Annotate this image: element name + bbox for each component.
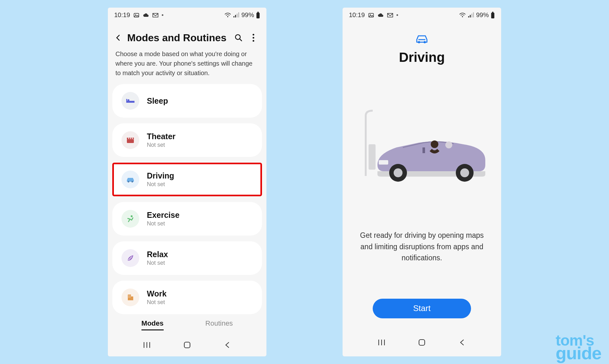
- svg-rect-50: [369, 144, 376, 170]
- svg-point-46: [418, 41, 420, 43]
- svg-rect-38: [388, 13, 393, 17]
- svg-rect-30: [128, 297, 129, 297]
- mode-sub: Not set: [147, 220, 180, 227]
- start-button[interactable]: Start: [373, 299, 471, 318]
- svg-rect-44: [491, 13, 494, 18]
- mode-sub: Not set: [147, 142, 175, 148]
- battery-percent: 99%: [241, 11, 254, 19]
- page-title: Modes and Routines: [127, 32, 226, 44]
- mode-item-sleep[interactable]: Sleep: [112, 84, 262, 118]
- svg-rect-7: [238, 12, 239, 17]
- status-bar: 10:19 99%: [108, 8, 266, 21]
- home-button[interactable]: [416, 336, 428, 349]
- svg-rect-5: [235, 15, 236, 17]
- mode-name: Relax: [147, 250, 168, 259]
- svg-point-47: [424, 41, 426, 43]
- image-icon: [133, 12, 140, 18]
- status-time: 10:19: [114, 11, 130, 19]
- svg-rect-6: [237, 14, 238, 17]
- svg-point-3: [227, 16, 228, 17]
- svg-point-55: [394, 168, 403, 177]
- svg-point-25: [131, 215, 133, 217]
- building-icon: [121, 289, 139, 306]
- bed-icon: [121, 92, 139, 110]
- mode-name: Exercise: [147, 211, 180, 220]
- mode-name: Driving: [147, 171, 174, 180]
- modes-list: Sleep Theater Not set Driving Not set: [108, 84, 266, 314]
- svg-rect-27: [131, 296, 133, 300]
- svg-rect-16: [126, 99, 127, 103]
- battery-icon: [491, 12, 495, 19]
- driving-illustration: [355, 109, 488, 192]
- clapper-icon: [121, 131, 139, 149]
- svg-point-52: [445, 141, 452, 148]
- cloud-icon: [377, 13, 384, 18]
- search-button[interactable]: [233, 31, 245, 44]
- signal-icon: [468, 12, 474, 18]
- svg-rect-41: [470, 15, 471, 17]
- mode-item-exercise[interactable]: Exercise Not set: [112, 202, 262, 236]
- running-icon: [121, 210, 139, 228]
- status-bar: 10:19 99%: [343, 8, 501, 21]
- page-header: Modes and Routines: [108, 21, 266, 47]
- tab-modes[interactable]: Modes: [141, 319, 164, 330]
- svg-rect-53: [422, 147, 425, 153]
- wifi-icon: [224, 12, 231, 18]
- svg-rect-18: [127, 139, 134, 143]
- android-nav-bar: [108, 333, 266, 356]
- svg-point-12: [253, 34, 254, 36]
- svg-point-39: [462, 16, 463, 17]
- leaf-icon: [121, 249, 139, 267]
- tab-routines[interactable]: Routines: [205, 319, 233, 330]
- phone-screenshot-modes-list: 10:19 99%: [108, 8, 266, 356]
- car-icon: [121, 171, 139, 188]
- back-nav-button[interactable]: [456, 336, 468, 349]
- mode-sub: Not set: [147, 181, 174, 188]
- svg-rect-28: [128, 296, 129, 296]
- svg-rect-45: [492, 12, 494, 13]
- watermark-logo: tom's guide: [556, 334, 601, 361]
- svg-rect-2: [153, 13, 158, 17]
- cloud-icon: [143, 13, 149, 18]
- back-nav-button[interactable]: [221, 339, 234, 351]
- mode-item-work[interactable]: Work Not set: [112, 281, 262, 314]
- gmail-icon: [387, 13, 393, 18]
- mode-item-driving[interactable]: Driving Not set: [112, 163, 262, 196]
- svg-rect-58: [379, 160, 388, 165]
- more-options-button[interactable]: [248, 31, 259, 44]
- more-notifications-dot: [162, 14, 163, 16]
- car-icon: [415, 33, 429, 45]
- home-button[interactable]: [181, 339, 193, 351]
- svg-point-57: [460, 168, 469, 177]
- svg-rect-31: [130, 297, 130, 297]
- svg-point-17: [128, 99, 129, 101]
- more-notifications-dot: [396, 14, 398, 16]
- mode-item-theater[interactable]: Theater Not set: [112, 123, 262, 157]
- mode-description: Get ready for driving by opening maps an…: [352, 230, 492, 264]
- svg-rect-15: [126, 101, 134, 103]
- recents-button[interactable]: [375, 336, 388, 349]
- watermark-line2: guide: [556, 346, 601, 361]
- start-button-label: Start: [413, 303, 431, 313]
- svg-rect-9: [258, 12, 259, 13]
- mode-sub: Not set: [147, 299, 167, 306]
- svg-point-13: [253, 37, 254, 38]
- svg-point-14: [253, 40, 254, 42]
- signal-icon: [233, 12, 239, 18]
- android-nav-bar: [343, 330, 501, 356]
- svg-rect-62: [419, 340, 425, 345]
- recents-button[interactable]: [141, 339, 153, 351]
- page-subtitle: Choose a mode based on what you're doing…: [108, 47, 266, 84]
- svg-rect-42: [471, 14, 472, 17]
- svg-line-11: [240, 39, 242, 41]
- mode-item-relax[interactable]: Relax Not set: [112, 241, 262, 275]
- mode-title: Driving: [399, 50, 445, 65]
- back-button[interactable]: [112, 31, 124, 44]
- svg-rect-35: [184, 342, 190, 348]
- mode-name: Theater: [147, 132, 175, 141]
- driving-mode-detail: Driving: [343, 21, 501, 330]
- battery-icon: [256, 12, 260, 19]
- svg-rect-4: [233, 16, 234, 17]
- svg-rect-43: [473, 12, 474, 17]
- mode-name: Work: [147, 289, 167, 298]
